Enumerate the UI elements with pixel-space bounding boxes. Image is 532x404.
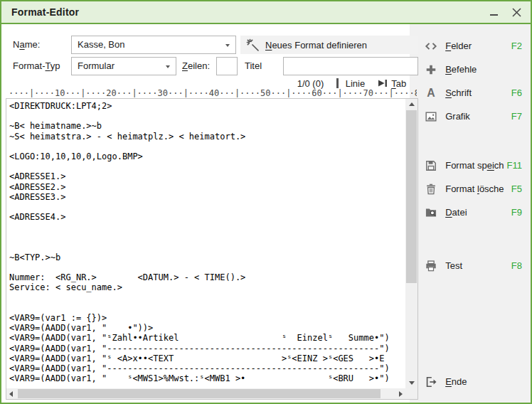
- line-counter: 1/0 (0): [297, 78, 324, 89]
- editor-line: <VAR9=(AADD(var1, " ˢ<MWS1>%Mwst.:ˢ<MWB1…: [9, 373, 405, 383]
- sidebar-item-test[interactable]: Test F8: [410, 254, 531, 277]
- shortcut-badge: F9: [509, 207, 522, 218]
- tab-button[interactable]: Tab: [378, 78, 406, 89]
- format-typ-combobox-value: Formular: [78, 60, 115, 71]
- editor-line: ~B< heimatname.>~b: [9, 121, 405, 131]
- editor-line: <VAR9=(var1 := {})>: [9, 313, 405, 323]
- editor-line: <LOGO:10,10,10,0,Logo.BMP>: [9, 152, 405, 161]
- sidebar: Felder F2 Befehle A Schrift F6: [410, 24, 531, 403]
- horizontal-scrollbar[interactable]: [6, 388, 405, 399]
- editor-line: <ADRESSE1.>: [9, 171, 405, 181]
- shortcut-badge: F11: [504, 160, 522, 171]
- editor-line: <VAR9=(AADD(var1, "---------------------…: [9, 344, 405, 354]
- magic-wand-icon: [246, 38, 260, 52]
- window-title: Format-Editor: [1, 6, 79, 18]
- chevron-down-icon: [166, 65, 170, 68]
- shortcut-badge: F6: [509, 87, 522, 98]
- sidebar-item-ende[interactable]: Ende: [410, 370, 531, 393]
- format-editor-window: Format-Editor Name: Kasse, Bon Neues F: [0, 0, 532, 404]
- minimize-icon: [490, 14, 498, 16]
- close-button[interactable]: [505, 1, 528, 23]
- chevron-down-icon: [225, 44, 230, 47]
- editor-line: [9, 142, 405, 152]
- zeilen-input[interactable]: [216, 57, 238, 75]
- editor-line: [9, 202, 405, 212]
- format-typ-label: Format-Typ: [13, 57, 60, 75]
- titel-input[interactable]: [283, 57, 418, 75]
- vertical-scrollbar-thumb[interactable]: [406, 110, 417, 283]
- sidebar-item-label: Format lösche: [445, 184, 504, 194]
- sidebar-item-label: Befehle: [445, 64, 477, 75]
- editor-line: [9, 243, 405, 253]
- editor-line: [9, 222, 405, 232]
- scroll-up-icon[interactable]: [409, 102, 415, 106]
- folder-search-icon: [422, 204, 440, 221]
- editor-line: <DIREKTDRUCK:LPT4;2>: [9, 101, 405, 111]
- sidebar-spacer: [410, 277, 531, 370]
- tab-button-label: Tab: [391, 78, 406, 89]
- zeilen-label: Zeilen:: [182, 57, 210, 75]
- sidebar-item-label: Format speich: [445, 160, 504, 171]
- sidebar-item-schrift[interactable]: A Schrift F6: [410, 81, 531, 105]
- sidebar-item-grafik[interactable]: Grafik F7: [410, 105, 531, 128]
- sidebar-item-befehle[interactable]: Befehle: [410, 58, 531, 81]
- scroll-left-icon[interactable]: [9, 391, 13, 397]
- image-icon: [422, 108, 440, 125]
- editor-line: [9, 232, 405, 242]
- name-combobox[interactable]: Kasse, Bon: [71, 36, 236, 54]
- sidebar-item-label: Grafik: [445, 111, 470, 122]
- fields-icon: [422, 38, 440, 55]
- minimize-button[interactable]: [482, 1, 505, 23]
- sidebar-item-label: Felder: [445, 41, 472, 51]
- line-icon: [336, 78, 339, 88]
- tab-icon: [378, 78, 388, 88]
- scrollbar-corner: [405, 388, 417, 399]
- shortcut-badge: F2: [509, 41, 522, 51]
- linie-button[interactable]: Linie: [336, 78, 365, 89]
- save-icon: [422, 157, 440, 174]
- sidebar-item-datei[interactable]: Datei F9: [410, 201, 531, 224]
- plus-icon: [422, 61, 440, 78]
- editor-line: ~B<TYP.>~b: [9, 253, 405, 262]
- sidebar-item-felder[interactable]: Felder F2: [410, 34, 531, 58]
- editor-line: <ADRESSE3.>: [9, 192, 405, 202]
- sidebar-spacer: [410, 128, 531, 154]
- scroll-right-icon[interactable]: [399, 391, 403, 397]
- new-format-button[interactable]: Neues Format definieren: [240, 36, 418, 54]
- new-format-button-label: Neues Format definieren: [265, 40, 367, 51]
- horizontal-scrollbar-thumb[interactable]: [18, 389, 381, 398]
- main-panel: Name: Kasse, Bon Neues Format definieren…: [1, 24, 410, 403]
- titlebar: Format-Editor: [1, 1, 531, 24]
- editor-line: [9, 262, 405, 272]
- close-icon: [512, 8, 521, 17]
- editor-line: [9, 161, 405, 171]
- font-icon: A: [422, 85, 440, 102]
- sidebar-item-format-loeschen[interactable]: Format lösche F5: [410, 177, 531, 201]
- editor-line: ~S< heimatstra.> - < heimatplz.> < heima…: [9, 132, 405, 142]
- editor-line: <VAR9=(AADD(var1, "ˢ <A>x••<TEXT >ˢ<EINZ…: [9, 354, 405, 363]
- editor-line: <VAR9=(AADD(var1, "ˢZahl••Artikel ˢ Einz…: [9, 333, 405, 343]
- sidebar-item-label: Datei: [445, 207, 467, 218]
- sidebar-item-label: Schrift: [445, 87, 472, 98]
- format-editor-area: <DIREKTDRUCK:LPT4;2>~B< heimatname.>~b~S…: [6, 98, 418, 400]
- scroll-down-icon[interactable]: [409, 381, 415, 385]
- editor-content[interactable]: <DIREKTDRUCK:LPT4;2>~B< heimatname.>~b~S…: [6, 99, 405, 388]
- titel-label: Titel: [245, 57, 262, 75]
- format-typ-combobox[interactable]: Formular: [71, 57, 176, 75]
- editor-line: <VAR9=(AADD(var1, "---------------------…: [9, 363, 405, 373]
- sidebar-item-format-speichern[interactable]: Format speich F11: [410, 154, 531, 177]
- exit-icon: [422, 373, 440, 390]
- trash-icon: [422, 181, 440, 198]
- editor-line: <VAR9=(AADD(var1, " •"))>: [9, 323, 405, 333]
- vertical-scrollbar[interactable]: [405, 99, 417, 388]
- shortcut-badge: F8: [509, 260, 522, 271]
- editor-line: [9, 293, 405, 303]
- printer-icon: [422, 257, 440, 275]
- shortcut-badge: F5: [509, 184, 522, 194]
- name-combobox-value: Kasse, Bon: [78, 39, 125, 50]
- svg-text:A: A: [427, 87, 435, 99]
- editor-line: <ADRESSE2.>: [9, 182, 405, 192]
- editor-line: Nummer: <RG_NR.> <DATUM.> - < TIME().>: [9, 272, 405, 282]
- editor-line: [9, 303, 405, 313]
- name-label: Name:: [13, 36, 40, 54]
